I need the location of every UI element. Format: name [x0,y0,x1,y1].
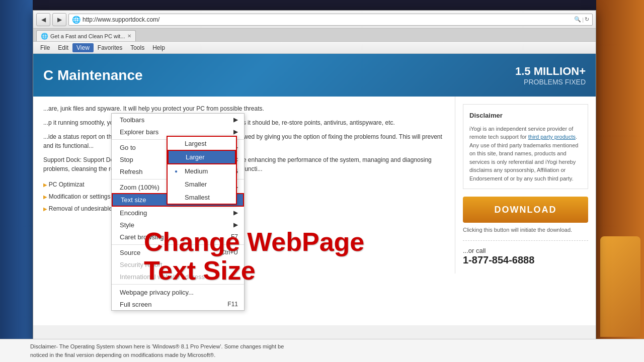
tab-bar: 🌐 Get a Fast and Clean PC wit... ✕ [33,29,596,42]
caret-browsing-label: Caret browsing [120,233,164,241]
menu-source[interactable]: Source Ctrl+U [112,246,244,258]
site-logo-area: C Maintenance [43,67,143,83]
text-size-label: Text size [121,196,146,204]
refresh-button[interactable]: ↻ [585,16,589,23]
address-text: http://www.supportdock.com/ [83,16,572,23]
menu-divider-3 [112,244,244,245]
menu-fullscreen[interactable]: Full screen F11 [112,298,244,310]
menu-privacy-policy[interactable]: Webpage privacy policy... [112,286,244,298]
nav-bar: ◀ ▶ 🌐 http://www.supportdock.com/ 🔍 | ↻ [33,11,596,29]
text-size-smallest[interactable]: Smallest [168,191,236,204]
disclaimer-link[interactable]: third party products [528,134,576,140]
international-address-label: International website address [120,273,205,281]
caret-browsing-shortcut: F7 [231,233,238,240]
search-refresh-group: 🔍 | ↻ [574,16,589,23]
source-shortcut: Ctrl+U [221,249,238,256]
explorer-bars-label: Explorer bars [120,128,158,136]
content-area: C Maintenance 1.5 MILLION+ PROBLEMS FIXE… [33,54,596,325]
disclaimer-box: Disclaimer iYogi is an independent servi… [463,104,588,189]
smaller-label: Smaller [185,180,207,188]
bottom-text-2: noticed in the final version depending o… [30,351,614,359]
site-sidebar: Disclaimer iYogi is an independent servi… [455,97,596,274]
text-size-larger[interactable]: Larger [168,150,236,164]
menu-item-favorites[interactable]: Favorites [94,43,126,52]
disclaimer-title: Disclaimer [469,111,582,121]
browser-window: ◀ ▶ 🌐 http://www.supportdock.com/ 🔍 | ↻ … [33,10,596,342]
toolbars-label: Toolbars [120,116,144,124]
stop-label: Stop [120,156,133,163]
orange-chair-decoration [600,236,640,337]
medium-label: Medium [185,167,208,175]
site-title: C Maintenance [43,67,143,83]
tab-favicon: 🌐 [41,33,48,40]
menu-bar: File Edit View Favorites Tools Help [33,42,596,54]
text-size-smaller[interactable]: Smaller [168,177,236,191]
menu-item-edit[interactable]: Edit [54,43,72,52]
menu-divider-4 [112,284,244,285]
menu-item-view[interactable]: View [72,43,94,52]
bottom-disclaimer-bar: Disclaimer- The Operating System shown h… [0,339,644,362]
zoom-label: Zoom (100%) [120,184,159,191]
globe-icon: 🌐 [72,16,80,24]
call-label: ...or call [463,247,588,254]
call-section: ...or call 1-877-854-6888 [463,240,588,266]
phone-number: 1-877-854-6888 [463,254,588,266]
text-size-submenu: Largest Larger ● Medium Smaller Smallest [167,136,237,205]
menu-item-help[interactable]: Help [148,43,169,52]
tagline-problems: PROBLEMS FIXED [515,78,586,86]
tagline-million: 1.5 MILLION+ [515,65,586,78]
fullscreen-shortcut: F11 [227,301,238,308]
larger-label: Larger [186,153,205,161]
menu-encoding[interactable]: Encoding ▶ [112,207,244,219]
menu-caret-browsing[interactable]: Caret browsing F7 [112,231,244,243]
security-report-label: Security report [120,261,163,268]
address-bar[interactable]: 🌐 http://www.supportdock.com/ 🔍 | ↻ [68,14,593,26]
refresh-label: Refresh [120,168,143,175]
style-arrow: ▶ [233,221,238,228]
download-note: Clicking this button will initiate the d… [463,227,588,233]
largest-label: Largest [185,140,206,147]
forward-icon: ▶ [57,16,62,23]
fullscreen-label: Full screen [120,301,152,308]
menu-toolbars[interactable]: Toolbars ▶ [112,114,244,126]
disclaimer-text-2: . Any use of third party trademarks ment… [469,134,578,182]
encoding-arrow: ▶ [233,209,238,216]
menu-style[interactable]: Style ▶ [112,219,244,231]
left-sidebar-decoration [0,0,33,362]
bottom-text-1: Disclaimer- The Operating System shown h… [30,342,614,351]
medium-check: ● [175,168,183,174]
style-label: Style [120,221,134,229]
back-icon: ◀ [41,16,46,23]
explorer-bars-arrow: ▶ [233,128,238,135]
smallest-label: Smallest [185,194,210,201]
encoding-label: Encoding [120,209,147,217]
privacy-policy-label: Webpage privacy policy... [120,289,194,296]
text-size-largest[interactable]: Largest [168,137,236,150]
site-header: C Maintenance 1.5 MILLION+ PROBLEMS FIXE… [33,54,596,97]
browser-tab[interactable]: 🌐 Get a Fast and Clean PC wit... ✕ [36,30,136,41]
menu-security-report: Security report [112,258,244,270]
tab-title: Get a Fast and Clean PC wit... [50,33,125,39]
source-label: Source [120,249,140,256]
menu-international-address: International website address [112,270,244,283]
menu-item-tools[interactable]: Tools [126,43,148,52]
body-text-1: ...are, junk files and spyware. It will … [43,104,445,113]
menu-item-file[interactable]: File [36,43,54,52]
site-tagline: 1.5 MILLION+ PROBLEMS FIXED [515,65,586,86]
download-button[interactable]: DOWNLOAD [463,197,588,223]
tab-close-button[interactable]: ✕ [127,33,131,39]
toolbars-arrow: ▶ [233,116,238,123]
back-button[interactable]: ◀ [36,13,50,26]
goto-label: Go to [120,144,136,151]
text-size-medium[interactable]: ● Medium [168,164,236,177]
right-sidebar-decoration [596,0,644,362]
forward-button[interactable]: ▶ [52,13,66,26]
search-icon[interactable]: 🔍 [574,16,581,23]
